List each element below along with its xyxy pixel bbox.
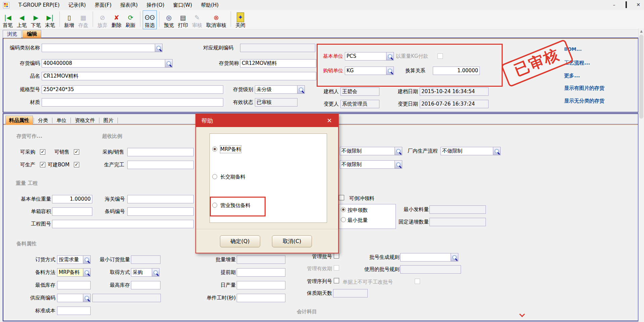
item-level-lookup-button[interactable] (297, 85, 305, 94)
conversion-input[interactable]: 1.00000 (433, 67, 480, 75)
base-unit-input[interactable]: PCS (345, 52, 386, 61)
toolbar-next-button[interactable]: ▶下笔 (29, 10, 43, 29)
batch-rule-lookup-button[interactable] (451, 253, 458, 261)
more-link[interactable]: 更多... (564, 73, 580, 79)
scroll-up-icon[interactable]: ▲ (639, 29, 644, 34)
pay-by-kg-checkbox[interactable] (438, 53, 443, 59)
unit-hours-input[interactable] (237, 294, 285, 302)
menu-app-title[interactable]: T-GROUP ERP(E) (14, 0, 64, 10)
item-name-input[interactable]: CR12MOV精料 (42, 72, 316, 80)
menu-help[interactable]: 帮助(H) (196, 0, 223, 10)
lead-time-input[interactable] (237, 268, 285, 277)
more-below-chevron-icon[interactable] (520, 312, 524, 317)
coding-category-lookup-button[interactable] (155, 44, 163, 52)
menu-operate[interactable]: 操作(O) (142, 0, 169, 10)
scrollbar-thumb[interactable] (639, 35, 643, 119)
drawing-input[interactable] (52, 220, 194, 228)
toolbar-audit-button[interactable]: ✎审核 (190, 10, 204, 29)
rule-code-input[interactable] (240, 44, 315, 52)
toolbar-prev-button[interactable]: ◀上笔 (15, 10, 29, 29)
show-picture-items-link[interactable]: 显示有图片的存货 (564, 85, 604, 91)
shelf-days-input[interactable] (333, 289, 368, 297)
long-lead-spare-radio[interactable] (212, 174, 217, 179)
max-stock-input[interactable] (131, 281, 160, 289)
toolbar-delete-button[interactable]: ✘删除 (109, 10, 124, 29)
bom-buildable-checkbox[interactable] (74, 162, 79, 167)
manage-batch-checkbox[interactable] (334, 253, 339, 258)
tab-edit[interactable]: 编辑 (22, 30, 41, 38)
dialog-close-button[interactable]: ✕ (325, 114, 334, 127)
toolbar-refresh-button[interactable]: ⟳刷新 (124, 10, 138, 29)
vertical-scrollbar[interactable]: ▲ (638, 29, 644, 322)
long-lead-spare-option[interactable]: 长交期备料 (220, 173, 245, 180)
item-code-lookup-button[interactable] (165, 59, 173, 68)
show-unclassified-link[interactable]: 显示无分类的存货 (564, 98, 604, 104)
tab-classification[interactable]: 分类 (35, 116, 51, 125)
item-level-input[interactable]: 未分级 (255, 85, 297, 94)
material-input[interactable] (42, 98, 223, 107)
limit1-input[interactable]: 不做限制 (340, 147, 395, 155)
supplier-input[interactable] (57, 294, 83, 302)
restore-button[interactable] (623, 1, 630, 8)
mrp-spare-radio[interactable] (212, 147, 217, 152)
supplier-lookup-button[interactable] (83, 294, 91, 302)
dialog-cancel-button[interactable]: 取消(C) (272, 235, 312, 247)
toolbar-close-button[interactable]: ✦关闭 (233, 10, 247, 29)
tab-picture[interactable]: 图片 (100, 116, 117, 125)
backflush-checkbox[interactable] (339, 195, 344, 200)
prod-done-input[interactable] (127, 161, 194, 169)
menu-record[interactable]: 记录(R) (64, 0, 90, 10)
item-abbr-input[interactable]: CR12MOV精料 (240, 59, 316, 68)
sales-forecast-spare-option[interactable]: 营业预估备料 (220, 202, 250, 209)
toolbar-last-button[interactable]: ▶|末笔 (43, 10, 57, 29)
std-cost-input[interactable] (57, 307, 91, 315)
sellable-checkbox[interactable] (74, 149, 79, 155)
tab-browse[interactable]: 浏览 (3, 30, 21, 38)
menu-report[interactable]: 报表(R) (116, 0, 142, 10)
min-batch-radio[interactable] (341, 217, 346, 222)
no-manual-checkbox[interactable] (415, 279, 420, 284)
customs-input[interactable] (127, 195, 194, 203)
manage-serial-checkbox[interactable] (334, 278, 339, 283)
used-rule-input[interactable] (400, 265, 461, 274)
toolbar-first-button[interactable]: |◀首笔 (1, 10, 15, 29)
batch-rule-input[interactable] (400, 253, 451, 261)
fixed-inc-input[interactable] (429, 218, 486, 226)
toolbar-preview-button[interactable]: ◎预览 (162, 10, 176, 29)
manage-valid-checkbox[interactable] (334, 265, 339, 271)
factory-flow-lookup-button[interactable] (493, 147, 501, 155)
batch-inc-input[interactable] (237, 255, 285, 264)
item-code-input[interactable]: 400400008 (42, 59, 165, 68)
sales-forecast-spare-radio[interactable] (212, 203, 217, 208)
toolbar-save-button[interactable]: ▦存盘 (76, 10, 90, 29)
spec-input[interactable]: 250*240*35 (42, 85, 223, 94)
barcode-input[interactable] (127, 207, 194, 216)
daily-output-input[interactable] (237, 281, 285, 289)
close-window-button[interactable]: ✕ (635, 1, 642, 8)
dialog-ok-button[interactable]: 确定(Q) (220, 235, 260, 247)
toolbar-print-button[interactable]: ▤打印 (176, 10, 190, 29)
min-order-input[interactable] (131, 255, 160, 264)
mrp-spare-option[interactable]: MRP备料 (220, 146, 241, 153)
menu-window[interactable]: 窗口(W) (169, 0, 197, 10)
tab-qualification[interactable]: 资格文件 (72, 116, 98, 125)
limit2-lookup-button[interactable] (395, 160, 402, 169)
factory-flow-input[interactable]: 不做限制 (441, 147, 493, 155)
min-issue-input[interactable] (429, 205, 486, 214)
toolbar-new-button[interactable]: ▯新增 (62, 10, 76, 29)
base-unit-lookup-button[interactable] (386, 52, 394, 61)
tab-unit[interactable]: 单位 (53, 116, 70, 125)
toolbar-abandon-button[interactable]: ⊘放弃 (95, 10, 109, 29)
by-apply-radio[interactable] (341, 207, 346, 212)
limit2-input[interactable]: 不做限制 (340, 160, 395, 169)
acquire-input[interactable]: 采购 (131, 268, 152, 277)
dialog-titlebar[interactable]: 帮助 (196, 114, 338, 127)
coding-category-input[interactable] (42, 44, 155, 52)
acquire-lookup-button[interactable] (152, 268, 159, 277)
toolbar-cancel-audit-button[interactable]: ⊗取消审核 (204, 10, 228, 29)
tab-item-attributes[interactable]: 料品属性 (5, 116, 33, 125)
minimize-button[interactable]: – (610, 1, 618, 8)
trade-unit-input[interactable]: KG (345, 67, 386, 75)
menu-interface[interactable]: 界面(F) (90, 0, 116, 10)
toolbar-filter-button[interactable]: ʘʘ筛选 (143, 10, 157, 29)
